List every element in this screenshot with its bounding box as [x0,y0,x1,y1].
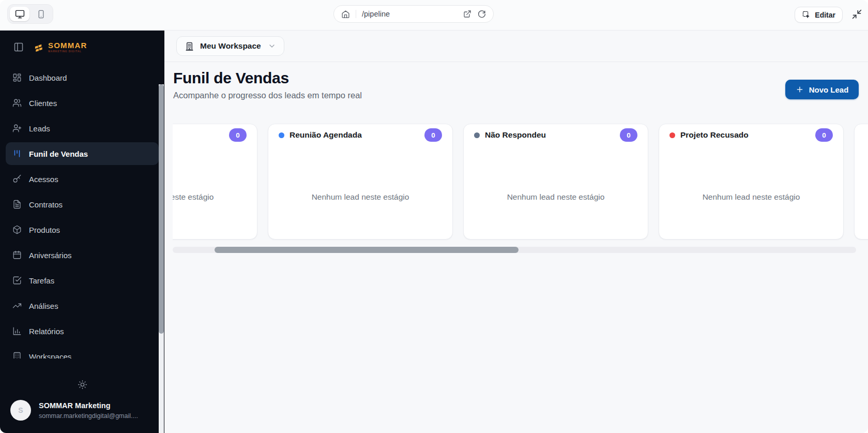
check-square-icon [12,276,22,285]
plus-icon [796,85,804,94]
collapse-sidebar-icon[interactable] [13,42,24,52]
lead-count-badge: 0 [229,128,247,142]
sidebar-item-dashboard[interactable]: Dashboard [6,66,159,89]
user-plus-icon [12,124,22,133]
kanban-board: 0 Nenhum lead neste estágio Reunião Agen… [173,124,868,241]
workspace-switcher-button[interactable]: Meu Workspace [176,36,284,56]
column-header [855,124,868,142]
stage-dot [279,132,284,138]
profile-name: SOMMAR Marketing [39,401,138,411]
empty-state-text: Nenhum lead neste estágio [703,192,800,202]
sidebar-item-produtos[interactable]: Produtos [6,218,159,241]
user-profile[interactable]: S SOMMAR Marketing sommar.marketingdigit… [0,394,164,433]
app-window: /pipeline Editar SOMMAR MARKETING DIGITA… [0,0,868,433]
column-title: Projeto Recusado [680,130,749,140]
top-frame-bar: /pipeline Editar [0,0,868,31]
bar-chart-icon [12,326,22,336]
sun-icon[interactable] [78,380,87,390]
sidebar-item-acessos[interactable]: Acessos [6,168,159,190]
sidebar-item-label: Workspaces [29,352,71,359]
lead-count-badge: 0 [815,128,833,142]
sidebar-item-label: Acessos [29,175,58,184]
sidebar-item-label: Contratos [29,200,63,209]
column-body[interactable]: Nenhum lead neste estágio [464,142,648,239]
column-header: Reunião Agendada 0 [268,124,452,142]
url-bar[interactable]: /pipeline [333,5,494,23]
file-text-icon [12,200,22,209]
kanban-column-reuniao-agendada: Reunião Agendada 0 Nenhum lead neste est… [268,124,453,240]
mobile-view-button[interactable] [31,7,51,21]
dashboard-icon [12,73,22,82]
package-icon [12,225,22,234]
brand-logo: SOMMAR MARKETING DIGITAL [34,41,87,53]
sidebar-scrollbar-thumb[interactable] [159,84,164,334]
board-scrollbar-thumb[interactable] [215,247,519,253]
smartphone-icon [37,10,45,19]
chevron-down-icon [268,42,276,50]
sidebar-item-tarefas[interactable]: Tarefas [6,269,159,292]
empty-state-text: Nenhum lead neste estágio [173,192,214,202]
sidebar-item-label: Tarefas [29,276,54,285]
avatar: S [10,400,31,421]
sidebar-header: SOMMAR MARKETING DIGITAL [0,31,164,53]
workspace-bar: Meu Workspace [164,31,868,62]
kanban-column-projeto-recusado: Projeto Recusado 0 Nenhum lead neste est… [659,124,844,240]
new-lead-button-label: Novo Lead [809,85,849,94]
sidebar-item-label: Funil de Vendas [29,150,88,158]
kanban-column-partial-right [854,124,868,240]
sidebar-item-label: Aniversários [29,251,72,260]
sidebar-item-aniversarios[interactable]: Aniversários [6,244,159,266]
edit-button[interactable]: Editar [795,7,843,23]
column-body[interactable]: Nenhum lead neste estágio [173,142,257,239]
kanban-column-partial-left: 0 Nenhum lead neste estágio [173,124,257,240]
page-header: Funil de Vendas Acompanhe o progresso do… [164,62,868,100]
kanban-column-nao-respondeu: Não Respondeu 0 Nenhum lead neste estági… [463,124,648,240]
open-external-icon[interactable] [463,10,471,18]
stage-dot [669,132,675,138]
sidebar-item-funil-de-vendas[interactable]: Funil de Vendas [6,142,159,165]
sidebar-item-label: Dashboard [29,73,67,82]
page-subtitle: Acompanhe o progresso dos leads em tempo… [173,91,859,100]
kanban-track: 0 Nenhum lead neste estágio Reunião Agen… [173,124,868,240]
empty-state-text: Nenhum lead neste estágio [312,192,409,202]
column-body[interactable] [855,142,868,239]
workspace-switcher-label: Meu Workspace [200,41,261,51]
new-lead-button[interactable]: Novo Lead [785,80,859,99]
sidebar-item-contratos[interactable]: Contratos [6,193,159,216]
column-header: 0 [173,124,257,142]
lead-count-badge: 0 [620,128,637,142]
column-body[interactable]: Nenhum lead neste estágio [659,142,843,239]
board-scrollbar-track[interactable] [173,247,856,253]
collapse-window-icon[interactable] [851,9,862,20]
column-title: Reunião Agendada [290,130,362,140]
column-body[interactable]: Nenhum lead neste estágio [268,142,452,239]
sidebar-item-label: Relatórios [29,327,64,336]
sidebar-item-label: Leads [29,124,50,133]
desktop-view-button[interactable] [10,7,29,21]
sidebar-item-label: Análises [29,302,58,310]
url-path[interactable]: /pipeline [362,10,458,18]
profile-email: sommar.marketingdigital@gmail.... [39,412,138,420]
home-icon[interactable] [341,10,350,19]
sidebar-item-clientes[interactable]: Clientes [6,92,159,114]
brand-tagline: MARKETING DIGITAL [48,50,87,53]
sidebar-item-leads[interactable]: Leads [6,117,159,140]
device-toggle [7,4,53,24]
sidebar-scrollbar-track[interactable] [159,84,164,433]
stage-dot [474,132,480,138]
building-icon [12,352,22,359]
select-edit-icon [802,10,811,19]
edit-button-label: Editar [815,11,835,19]
monitor-icon [15,9,25,19]
sidebar-nav: Dashboard Clientes Leads Funil de Vendas… [0,66,164,359]
column-header: Não Respondeu 0 [464,124,648,142]
sidebar-item-analises[interactable]: Análises [6,294,159,317]
refresh-icon[interactable] [477,10,486,19]
sidebar-item-workspaces[interactable]: Workspaces [6,345,159,359]
trending-up-icon [12,301,22,310]
users-icon [12,98,22,108]
sidebar: SOMMAR MARKETING DIGITAL Dashboard Clien… [0,31,164,433]
lead-count-badge: 0 [424,128,442,142]
calendar-icon [12,250,22,260]
sidebar-item-relatorios[interactable]: Relatórios [6,320,159,342]
